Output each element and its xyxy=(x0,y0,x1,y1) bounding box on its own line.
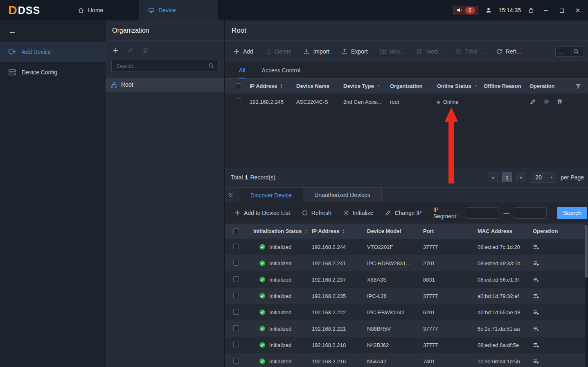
ip-segment-to-input[interactable] xyxy=(514,207,547,219)
alarm-sound-button[interactable]: 0 xyxy=(453,6,478,15)
row-checkbox[interactable] xyxy=(233,358,239,364)
row-checkbox[interactable] xyxy=(233,260,239,266)
user-icon[interactable] xyxy=(485,7,492,13)
prev-page-button[interactable]: ◀ xyxy=(488,172,498,182)
device-search-box[interactable]: ... xyxy=(555,46,583,57)
sort-icon[interactable]: ▲▼ xyxy=(280,84,283,89)
add-to-list-icon[interactable] xyxy=(533,276,539,283)
row-checkbox[interactable] xyxy=(236,98,241,104)
modify-button[interactable]: Modi... xyxy=(417,48,444,55)
maximize-button[interactable] xyxy=(557,0,566,20)
list-item[interactable]: Initialized 192.168.2.237 X88A3S 8831 08… xyxy=(225,271,588,288)
col-device-type[interactable]: Device Type▼ xyxy=(343,83,390,89)
sort-icon[interactable]: ▲▼ xyxy=(342,229,345,234)
filter-funnel-icon[interactable] xyxy=(575,83,581,90)
change-ip-button[interactable]: Change IP xyxy=(385,210,421,216)
move-icon xyxy=(380,48,386,55)
list-item[interactable]: Initialized 192.168.2.235 IPC-L26 37777 … xyxy=(225,288,588,304)
filter-caret-icon[interactable]: ▼ xyxy=(474,84,478,88)
select-all-checkbox[interactable] xyxy=(233,228,239,234)
list-item[interactable]: Initialized 192.168.2.241 IPC-HDBW2831..… xyxy=(225,255,588,271)
add-to-list-icon[interactable] xyxy=(533,358,539,365)
minimize-button[interactable]: – xyxy=(541,0,550,20)
lock-icon[interactable] xyxy=(528,7,534,13)
list-item[interactable]: Initialized 192.168.2.222 IPC-EBW81242 6… xyxy=(225,304,588,320)
table-row[interactable]: 192.168.2.245 ASC2204C-S 2nd Gen Acce...… xyxy=(225,94,588,110)
add-org-icon[interactable] xyxy=(113,47,119,54)
row-checkbox[interactable] xyxy=(233,325,239,331)
tab-access-control[interactable]: Access Control xyxy=(262,62,300,78)
config-device-icon[interactable] xyxy=(543,98,550,105)
add-to-device-list-button[interactable]: Add to Device List xyxy=(234,210,290,216)
move-button[interactable]: Mov... xyxy=(380,48,405,55)
ip-segment-from-input[interactable] xyxy=(466,207,498,219)
col-ip-address[interactable]: IP Address▲▼ xyxy=(250,83,296,89)
cell-operation xyxy=(533,244,588,250)
sidebar-item-device-config[interactable]: Device Config xyxy=(0,62,106,83)
list-item[interactable]: Initialized 192.168.2.244 VTO2202F 37777… xyxy=(225,239,588,255)
delete-button[interactable]: Delete xyxy=(265,48,291,55)
add-to-list-icon[interactable] xyxy=(533,309,539,316)
sidebar-item-add-device[interactable]: Add Device xyxy=(0,42,106,62)
edit-org-icon[interactable] xyxy=(127,47,134,54)
col-ip-address[interactable]: IP Address▲▼ xyxy=(312,228,367,234)
back-arrow-icon: ← xyxy=(8,27,16,36)
tab-home[interactable]: Home xyxy=(69,0,112,20)
add-to-list-icon[interactable] xyxy=(533,260,539,266)
time-icon xyxy=(455,48,462,55)
select-all-checkbox[interactable] xyxy=(236,83,241,89)
close-button[interactable]: × xyxy=(573,0,582,20)
add-to-list-icon[interactable] xyxy=(533,342,539,348)
cell-device-type: 2nd Gen Acce... xyxy=(343,99,390,105)
discover-panel: Discover Device Unauthorized Devices Add… xyxy=(225,187,588,367)
tree-node-root[interactable]: Root xyxy=(106,78,224,92)
tab-unauthorized-devices[interactable]: Unauthorized Devices xyxy=(303,188,382,202)
list-item[interactable]: Initialized 192.168.2.218 N42BJ62 37777 … xyxy=(225,337,588,353)
time-button[interactable]: Time ... xyxy=(455,48,484,55)
search-button[interactable]: Search xyxy=(557,207,587,219)
import-button[interactable]: Import xyxy=(303,48,329,55)
cell-init-status: Initialized xyxy=(253,260,312,266)
current-page[interactable]: 1 xyxy=(502,172,512,182)
list-item[interactable]: Initialized 192.168.2.216 N54A42 7401 1c… xyxy=(225,353,588,367)
scrollbar-thumb[interactable] xyxy=(585,225,588,278)
organization-search-input[interactable] xyxy=(115,63,208,69)
col-online-status[interactable]: Online Status▼ xyxy=(437,83,484,89)
edit-device-icon[interactable] xyxy=(529,98,536,105)
scrollbar[interactable] xyxy=(585,224,588,367)
cell-operation xyxy=(533,260,588,266)
initialized-check-icon xyxy=(259,276,266,283)
delete-device-icon[interactable] xyxy=(556,98,563,105)
refresh-button[interactable]: Refr... xyxy=(496,48,521,55)
row-checkbox[interactable] xyxy=(233,293,239,298)
tab-discover-device[interactable]: Discover Device xyxy=(239,188,303,202)
cell-ip: 192.168.2.241 xyxy=(312,260,367,266)
export-button[interactable]: Export xyxy=(341,48,367,55)
discover-refresh-button[interactable]: Refresh xyxy=(302,210,331,216)
initialize-button[interactable]: Initialize xyxy=(343,210,374,216)
cell-operation xyxy=(533,293,588,299)
collapse-panel-handle[interactable] xyxy=(227,190,234,200)
row-checkbox[interactable] xyxy=(233,244,239,249)
filter-caret-icon[interactable]: ▼ xyxy=(377,84,380,88)
row-checkbox[interactable] xyxy=(233,342,239,347)
add-to-list-icon[interactable] xyxy=(533,325,539,332)
add-button[interactable]: Add xyxy=(233,48,253,55)
col-initialization-status[interactable]: Initialization Status▲▼ xyxy=(253,228,312,234)
add-to-list-icon[interactable] xyxy=(533,244,539,250)
per-page-label: per Page xyxy=(561,174,584,181)
back-button[interactable]: ← xyxy=(0,20,106,42)
add-to-list-icon[interactable] xyxy=(533,293,539,299)
organization-panel: Organization Root xyxy=(106,20,225,367)
next-page-button[interactable]: ▶ xyxy=(516,172,526,182)
organization-search[interactable] xyxy=(111,60,219,72)
tab-device[interactable]: Device xyxy=(139,0,218,20)
tab-all[interactable]: All xyxy=(239,62,246,78)
delete-org-icon[interactable] xyxy=(142,47,149,54)
row-checkbox[interactable] xyxy=(233,276,239,282)
list-item[interactable]: Initialized 192.168.2.221 N88BR5V 37777 … xyxy=(225,320,588,337)
row-checkbox[interactable] xyxy=(233,309,239,315)
page-size-dropdown[interactable]: 20 ▼ xyxy=(531,172,556,183)
tab-access-control-label: Access Control xyxy=(262,67,300,74)
sort-icon[interactable]: ▲▼ xyxy=(304,229,307,234)
